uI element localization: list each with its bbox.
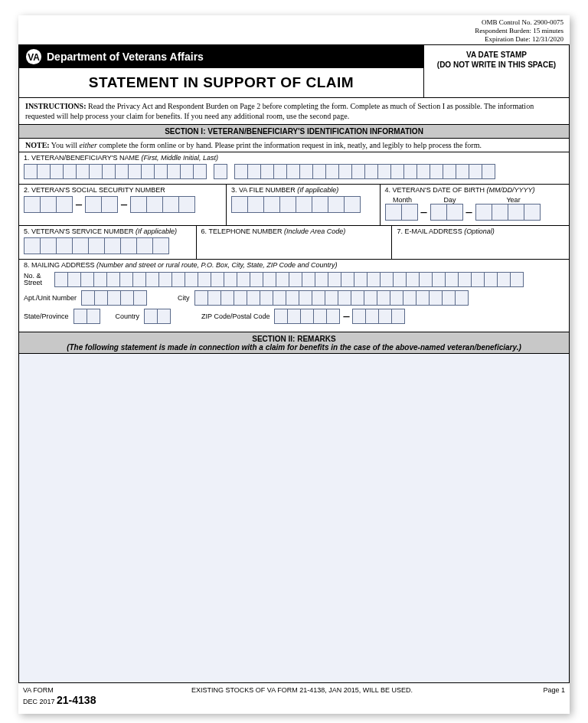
field-8-label: 8. MAILING ADDRESS (Number and street or…: [24, 261, 564, 269]
section1-header: SECTION I: VETERAN/BENEFICIARY'S IDENTIF…: [18, 125, 570, 139]
name-input-boxes[interactable]: [24, 164, 564, 179]
field-4-label: 4. VETERAN'S DATE OF BIRTH (MM/DD/YYYY): [385, 186, 564, 194]
expiration-date: Expiration Date: 12/31/2020: [18, 35, 564, 44]
addr-apt-city-row: Apt./Unit Number City: [24, 290, 564, 306]
field-7-email: 7. E-MAIL ADDRESS (Optional): [392, 226, 570, 260]
date-stamp-heading: VA DATE STAMP: [427, 50, 566, 60]
instructions-block: INSTRUCTIONS: Read the Privacy Act and R…: [18, 98, 570, 125]
footer-left: VA FORM DEC 2017 21-4138: [23, 686, 145, 706]
section2-heading: SECTION II: REMARKS: [19, 335, 569, 343]
addr-street-label: No. & Street: [24, 273, 54, 288]
agency-name: Department of Veterans Affairs: [47, 51, 204, 63]
section1-note: NOTE: You will either complete the form …: [18, 139, 570, 152]
field-6-phone: 6. TELEPHONE NUMBER (Include Area Code): [197, 226, 393, 260]
note-italic: either: [80, 141, 97, 149]
field-7-label: 7. E-MAIL ADDRESS (Optional): [397, 227, 564, 235]
omb-number: OMB Control No. 2900-0075: [18, 18, 564, 27]
row-5-6-7: 5. VETERAN'S SERVICE NUMBER (If applicab…: [18, 226, 570, 260]
field-5-label: 5. VETERAN'S SERVICE NUMBER (If applicab…: [24, 227, 191, 235]
footer-page: Page 1: [504, 686, 565, 694]
form-date: DEC 2017: [23, 698, 55, 705]
section2-header: SECTION II: REMARKS (The following state…: [18, 332, 570, 354]
addr-city-label: City: [178, 294, 190, 302]
form-page: OMB Control No. 2900-0075 Respondent Bur…: [18, 15, 570, 714]
remarks-textarea[interactable]: [18, 354, 570, 683]
dob-input[interactable]: – –: [385, 204, 564, 221]
form-number: 21-4138: [57, 694, 96, 706]
footer-center: EXISTING STOCKS OF VA FORM 21-4138, JAN …: [145, 686, 504, 694]
city-input[interactable]: [194, 290, 469, 306]
field-3-vafile: 3. VA FILE NUMBER (If applicable): [227, 185, 381, 226]
state-input[interactable]: [74, 309, 100, 324]
note-label: NOTE:: [25, 141, 50, 149]
form-title: STATEMENT IN SUPPORT OF CLAIM: [19, 68, 423, 97]
respondent-burden: Respondent Burden: 15 minutes: [18, 27, 564, 35]
field-1-name: 1. VETERAN/BENEFICIARY'S NAME (First, Mi…: [18, 152, 570, 185]
note-text1: You will: [50, 141, 80, 149]
field-2-ssn: 2. VETERAN'S SOCIAL SECURITY NUMBER – –: [18, 185, 227, 226]
field-2-label: 2. VETERAN'S SOCIAL SECURITY NUMBER: [24, 186, 221, 194]
va-form-label: VA FORM: [23, 686, 145, 694]
note-rest: complete the form online or by hand. Ple…: [97, 141, 482, 149]
addr-country-label: Country: [116, 312, 140, 320]
vafile-input[interactable]: [231, 196, 375, 213]
field-4-dob: 4. VETERAN'S DATE OF BIRTH (MM/DD/YYYY) …: [381, 185, 570, 226]
addr-apt-label: Apt./Unit Number: [24, 294, 77, 302]
zip-input[interactable]: –: [274, 309, 405, 324]
agency-banner: VA Department of Veterans Affairs: [19, 45, 423, 68]
apt-input[interactable]: [81, 290, 147, 306]
instructions-text: Read the Privacy Act and Respondent Burd…: [25, 102, 534, 120]
date-stamp-box: VA DATE STAMP (DO NOT WRITE IN THIS SPAC…: [423, 45, 569, 97]
street-input[interactable]: [54, 272, 524, 287]
svg-text:VA: VA: [28, 52, 40, 63]
omb-meta: OMB Control No. 2900-0075 Respondent Bur…: [18, 15, 570, 44]
row-2-3-4: 2. VETERAN'S SOCIAL SECURITY NUMBER – – …: [18, 185, 570, 226]
va-logo-icon: VA: [25, 48, 42, 65]
header-left: VA Department of Veterans Affairs STATEM…: [19, 45, 423, 97]
field-5-service: 5. VETERAN'S SERVICE NUMBER (If applicab…: [18, 226, 197, 260]
field-8-address: 8. MAILING ADDRESS (Number and street or…: [18, 260, 570, 332]
dob-header-labels: Month Day Year: [385, 196, 564, 204]
field-3-label: 3. VA FILE NUMBER (If applicable): [231, 186, 375, 194]
footer: VA FORM DEC 2017 21-4138 EXISTING STOCKS…: [18, 683, 570, 714]
service-number-input[interactable]: [24, 237, 191, 254]
addr-state-label: State/Province: [24, 312, 69, 320]
addr-zip-label: ZIP Code/Postal Code: [201, 312, 270, 320]
country-input[interactable]: [144, 309, 171, 324]
field-1-label: 1. VETERAN/BENEFICIARY'S NAME (First, Mi…: [24, 154, 564, 162]
instructions-label: INSTRUCTIONS:: [25, 102, 86, 110]
field-6-label: 6. TELEPHONE NUMBER (Include Area Code): [201, 227, 387, 235]
addr-street-row: No. & Street: [24, 272, 564, 287]
header-row: VA Department of Veterans Affairs STATEM…: [18, 44, 570, 98]
date-stamp-note: (DO NOT WRITE IN THIS SPACE): [427, 60, 566, 70]
addr-state-zip-row: State/Province Country ZIP Code/Postal C…: [24, 309, 564, 324]
ssn-input[interactable]: – –: [24, 196, 221, 213]
section2-subtitle: (The following statement is made in conn…: [19, 343, 569, 352]
